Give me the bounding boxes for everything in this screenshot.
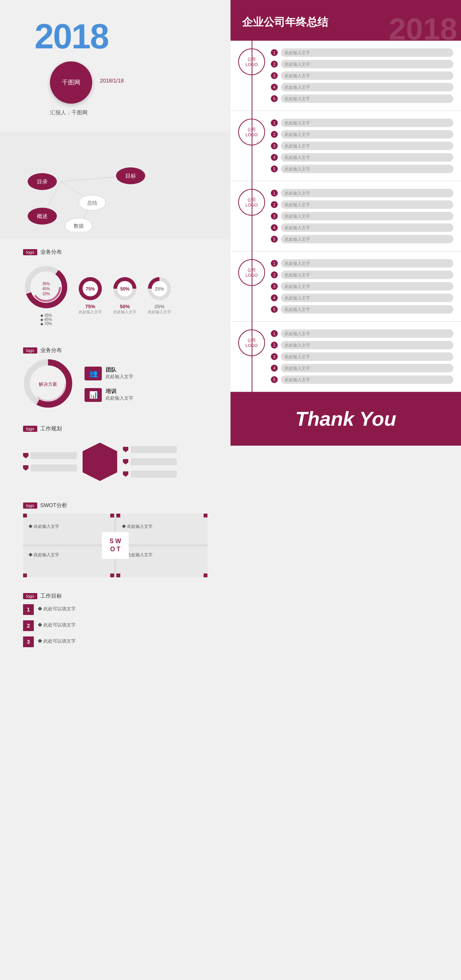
left-bars (23, 452, 77, 471)
hexagon (81, 441, 119, 483)
cards-container: 公司 LOGO 1 此处输入文字 2 此处输入文字 3 此处输入文字 4 (230, 41, 461, 392)
card-item-3-5: 5 此处输入文字 (271, 235, 453, 243)
card-num-3-2: 2 (271, 201, 278, 208)
svg-text:目录: 目录 (37, 178, 48, 185)
card-section-5: 公司 LOGO 1 此处输入文字 2 此处输入文字 3 此处输入文字 4 (230, 322, 461, 392)
card-num-5-2: 2 (271, 342, 278, 349)
solution-center-label: 解决方案 (39, 381, 57, 388)
bar-row-2 (23, 464, 77, 471)
right-header: 企业公司年终总结 2018 (230, 0, 461, 41)
work-plan-section: logo 工作规划 (12, 418, 219, 494)
svg-text:目标: 目标 (125, 173, 136, 179)
card-item-3-3: 3 此处输入文字 (271, 212, 453, 220)
training-text: 此处输入文字 (106, 395, 133, 402)
svg-text:35%: 35% (42, 282, 50, 286)
card-num-1-4: 4 (271, 84, 278, 91)
card-num-4-2: 2 (271, 271, 278, 278)
card-text-3-4: 此处输入文字 (281, 223, 453, 232)
pie-svg-25: 25% (146, 275, 173, 302)
thank-you-text: Thank You (295, 407, 396, 430)
card-item-5-3: 3 此处输入文字 (271, 352, 453, 361)
target-items-list: 1 ◆ 此处可以填文字 2 ◆ 此处可以填文字 3 ◆ 此处可以填文字 (23, 604, 207, 647)
swot-cell-br: ◆ 此处输入文字 (116, 547, 207, 577)
chart-sub-50: 此处输入文字 (113, 309, 136, 315)
business-section-1: logo 业务分布 35% 45% 10% ◆ 35% ◆ 45% ◆ 70% (12, 239, 219, 337)
swot-bl-text: 此处输入文字 (34, 552, 59, 557)
hexagon-svg (81, 441, 119, 483)
target-text-2: ◆ 此处可以填文字 (38, 620, 76, 628)
vertical-line (252, 41, 252, 392)
left-column: 2018 千图网 2018/1/18 汇报人：千图网 目录 目标 总结 (0, 0, 230, 980)
card-text-2-4: 此处输入文字 (281, 153, 453, 162)
card-num-3-3: 3 (271, 213, 278, 220)
card-num-4-1: 1 (271, 260, 278, 267)
solution-item-team: 👥 团队 此处输入文字 (85, 367, 133, 380)
card-text-3-2: 此处输入文字 (281, 200, 453, 209)
charts-row: 35% 45% 10% ◆ 35% ◆ 45% ◆ 70% (23, 260, 207, 330)
chart-label-75: 75% (85, 304, 95, 309)
section-title-3: 工作规划 (40, 425, 62, 432)
pie-svg-75: 75% (77, 275, 104, 302)
card-item-1-1: 1 此处输入文字 (271, 48, 453, 57)
ring-wrapper: 解决方案 (23, 359, 73, 410)
right-column: 企业公司年终总结 2018 公司 LOGO 1 此处输入文字 2 此处输入文字 (230, 0, 461, 980)
card-num-4-3: 3 (271, 283, 278, 290)
section-label-row-3: logo 工作规划 (23, 425, 207, 432)
target-item-1: 1 ◆ 此处可以填文字 (23, 604, 207, 615)
training-title: 培训 (106, 388, 133, 395)
target-num-3: 3 (23, 636, 34, 647)
donut-svg: 35% 45% 10% (23, 264, 69, 310)
card-text-4-1: 此处输入文字 (281, 259, 453, 268)
swot-grid: ◆ 此处输入文字 ◆ 此处输入文字 ◆ 此处输入文字 ◆ 此处输入文字 (23, 514, 207, 577)
card-num-3-5: 5 (271, 236, 278, 243)
swot-br-text: 此处输入文字 (127, 552, 153, 557)
card-item-5-2: 2 此处输入文字 (271, 341, 453, 349)
target-item-2: 2 ◆ 此处可以填文字 (23, 620, 207, 631)
chart-50: 50% 50% 此处输入文字 (111, 275, 138, 315)
chart-sub-25: 此处输入文字 (148, 309, 171, 315)
mindmap-svg: 目录 目标 总结 概述 数据 (12, 143, 219, 231)
title-section: 2018 千图网 2018/1/18 汇报人：千图网 (12, 8, 219, 132)
card-text-5-5: 此处输入文字 (281, 375, 453, 384)
card-num-2-2: 2 (271, 131, 278, 138)
card-item-1-4: 4 此处输入文字 (271, 83, 453, 91)
card-num-1-2: 2 (271, 61, 278, 68)
card-num-4-5: 5 (271, 306, 278, 313)
work-plan-content (23, 437, 207, 487)
svg-text:数据: 数据 (74, 223, 84, 229)
logo-badge-5: logo (23, 593, 37, 599)
card-text-5-1: 此处输入文字 (281, 329, 453, 338)
swot-cell-tr: ◆ 此处输入文字 (116, 514, 207, 544)
card-text-3-1: 此处输入文字 (281, 189, 453, 197)
section-title-2: 业务分布 (40, 347, 62, 354)
card-section-3: 公司 LOGO 1 此处输入文字 2 此处输入文字 3 此处输入文字 4 (230, 181, 461, 251)
target-text-1: ◆ 此处可以填文字 (38, 604, 76, 612)
card-num-5-1: 1 (271, 330, 278, 337)
swot-cell-tl: ◆ 此处输入文字 (23, 514, 114, 544)
chart-label-25: 25% (154, 304, 164, 309)
svg-line-0 (61, 176, 125, 182)
team-text: 此处输入文字 (106, 373, 133, 380)
card-num-5-4: 4 (271, 365, 278, 372)
card-num-3-4: 4 (271, 224, 278, 231)
right-bars (123, 446, 177, 478)
big-donut: 35% 45% 10% ◆ 35% ◆ 45% ◆ 70% (23, 264, 69, 326)
logo-badge-4: logo (23, 502, 37, 509)
swot-section: logo SWOT分析 ◆ 此处输入文字 ◆ 此处输入文字 (12, 494, 219, 585)
svg-text:50%: 50% (120, 286, 129, 292)
card-num-2-4: 4 (271, 154, 278, 161)
right-header-title: 企业公司年终总结 (242, 15, 449, 29)
year-display: 2018 (35, 19, 211, 54)
card-num-2-5: 5 (271, 165, 278, 172)
card-num-4-4: 4 (271, 294, 278, 301)
section-title-5: 工作目标 (40, 593, 62, 600)
card-num-2-1: 1 (271, 119, 278, 126)
card-text-1-4: 此处输入文字 (281, 83, 453, 91)
card-item-1-3: 3 此处输入文字 (271, 71, 453, 80)
card-item-2-2: 2 此处输入文字 (271, 130, 453, 139)
card-item-1-5: 5 此处输入文字 (271, 94, 453, 103)
section-label-row-1: logo 业务分布 (23, 249, 207, 256)
pie-svg-50: 50% (111, 275, 138, 302)
solution-item-training: 📊 培训 此处输入文字 (85, 388, 133, 402)
card-item-5-4: 4 此处输入文字 (271, 364, 453, 372)
